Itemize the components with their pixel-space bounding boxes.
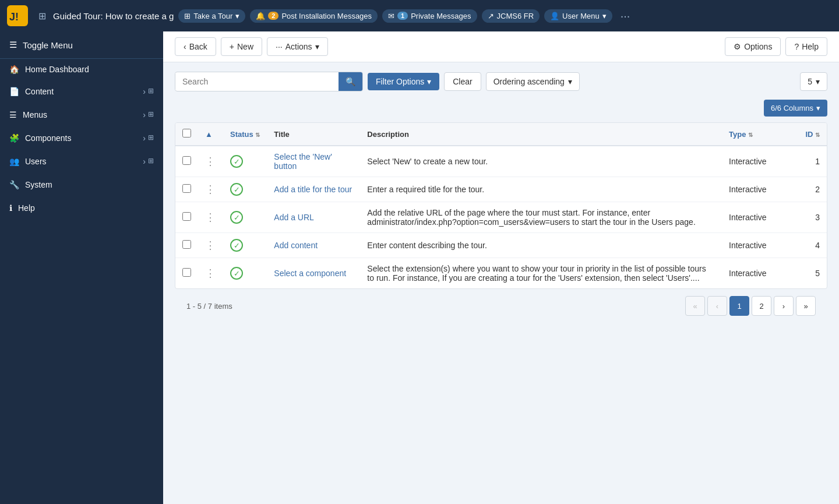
row-title-link-5[interactable]: Select a component bbox=[274, 269, 346, 278]
status-header[interactable]: Status bbox=[230, 130, 253, 139]
sidebar-item-content[interactable]: 📄 Content › ⊞ bbox=[0, 80, 163, 103]
private-messages-btn[interactable]: ✉ 1 Private Messages bbox=[382, 9, 477, 23]
envelope-icon: ✉ bbox=[388, 12, 394, 20]
clear-button[interactable]: Clear bbox=[444, 72, 481, 91]
first-page-btn[interactable]: « bbox=[685, 296, 705, 316]
back-icon: ‹ bbox=[184, 42, 186, 51]
take-tour-btn[interactable]: ⊞ Take a Tour ▾ bbox=[178, 9, 245, 23]
filter-options-label: Filter Options bbox=[376, 77, 424, 86]
search-input[interactable] bbox=[175, 73, 339, 90]
post-install-btn[interactable]: 🔔 2 Post Installation Messages bbox=[250, 9, 378, 23]
logo[interactable]: J! bbox=[7, 5, 28, 26]
user-menu-btn[interactable]: 👤 User Menu ▾ bbox=[544, 9, 612, 23]
sidebar-item-menus[interactable]: ☰ Menus › ⊞ bbox=[0, 103, 163, 126]
row-title-link-2[interactable]: Add a title for the tour bbox=[274, 185, 352, 194]
row-drag-handle-5[interactable]: ⋮ bbox=[205, 267, 216, 279]
status-badge-3[interactable]: ✓ bbox=[230, 211, 243, 224]
row-checkbox-4[interactable] bbox=[182, 240, 191, 249]
sort-up-icon: ▲ bbox=[205, 130, 213, 139]
prev-page-btn[interactable]: ‹ bbox=[707, 296, 727, 316]
id-header[interactable]: ID bbox=[805, 130, 813, 139]
new-button[interactable]: + New bbox=[221, 37, 262, 56]
actions-dots-icon: ··· bbox=[276, 42, 283, 51]
private-msg-badge: 1 bbox=[397, 12, 408, 20]
actions-chevron-icon: ▾ bbox=[315, 42, 319, 51]
user-menu-label: User Menu bbox=[562, 12, 600, 20]
search-wrap: 🔍 bbox=[175, 72, 363, 91]
system-label: System bbox=[25, 180, 52, 189]
status-sort-icon: ⇅ bbox=[255, 132, 260, 138]
row-title-link-4[interactable]: Add content bbox=[274, 241, 318, 250]
menus-grid-icon: ⊞ bbox=[148, 110, 154, 119]
sidebar-item-home-dashboard[interactable]: 🏠 Home Dashboard bbox=[0, 59, 163, 80]
users-chevron: › bbox=[143, 157, 146, 166]
take-tour-label: Take a Tour bbox=[193, 12, 232, 20]
row-checkbox-5[interactable] bbox=[182, 268, 191, 277]
last-page-btn[interactable]: » bbox=[796, 296, 816, 316]
row-drag-handle-1[interactable]: ⋮ bbox=[205, 156, 216, 167]
jcms-btn[interactable]: ↗ JCMS6 FR bbox=[482, 9, 540, 23]
table-row: ⋮ ✓ Select a component Select the extens… bbox=[175, 258, 827, 289]
status-badge-2[interactable]: ✓ bbox=[230, 183, 243, 196]
columns-row: 6/6 Columns ▾ bbox=[175, 100, 827, 117]
row-type-1: Interactive bbox=[722, 146, 792, 177]
options-label: Options bbox=[744, 42, 772, 51]
row-checkbox-3[interactable] bbox=[182, 212, 191, 221]
status-badge-1[interactable]: ✓ bbox=[230, 155, 243, 168]
help-label: Help bbox=[18, 203, 35, 213]
actions-button[interactable]: ··· Actions ▾ bbox=[267, 37, 328, 56]
ordering-select[interactable]: Ordering ascending ▾ bbox=[486, 72, 580, 91]
menus-label: Menus bbox=[23, 110, 47, 119]
row-drag-handle-3[interactable]: ⋮ bbox=[205, 212, 216, 223]
filter-options-button[interactable]: Filter Options ▾ bbox=[368, 73, 439, 90]
more-options-btn[interactable]: ··· bbox=[617, 7, 634, 25]
external-icon: ↗ bbox=[488, 12, 494, 20]
sidebar-item-users[interactable]: 👥 Users › ⊞ bbox=[0, 150, 163, 173]
help-icon: ℹ bbox=[9, 203, 12, 213]
home-dashboard-label: Home Dashboard bbox=[25, 65, 89, 74]
plus-icon: + bbox=[230, 42, 234, 51]
per-page-value: 5 bbox=[808, 77, 812, 86]
back-label: Back bbox=[189, 42, 207, 51]
row-title-link-1[interactable]: Select the 'New' button bbox=[274, 152, 332, 171]
per-page-select[interactable]: 5 ▾ bbox=[800, 72, 827, 91]
home-icon: 🏠 bbox=[9, 65, 19, 74]
post-install-label: Post Installation Messages bbox=[281, 12, 372, 20]
actions-label: Actions bbox=[285, 42, 312, 51]
gear-icon: ⚙ bbox=[734, 42, 741, 51]
columns-button[interactable]: 6/6 Columns ▾ bbox=[764, 100, 827, 117]
content-area: 🔍 Filter Options ▾ Clear Ordering ascend… bbox=[163, 62, 839, 504]
ordering-chevron: ▾ bbox=[568, 77, 572, 86]
page-title-topnav: Guided Tour: How to create a g bbox=[53, 11, 174, 21]
row-description-1: Select 'New' to create a new tour. bbox=[360, 146, 722, 177]
new-label: New bbox=[237, 42, 253, 51]
status-badge-5[interactable]: ✓ bbox=[230, 267, 243, 280]
type-header[interactable]: Type bbox=[729, 130, 746, 139]
row-checkbox-1[interactable] bbox=[182, 156, 191, 165]
sidebar: ☰ Toggle Menu 🏠 Home Dashboard 📄 Content… bbox=[0, 31, 163, 504]
row-drag-handle-4[interactable]: ⋮ bbox=[205, 239, 216, 251]
row-checkbox-2[interactable] bbox=[182, 184, 191, 193]
row-drag-handle-2[interactable]: ⋮ bbox=[205, 184, 216, 195]
page-2-btn[interactable]: 2 bbox=[752, 296, 771, 316]
toggle-icon: ☰ bbox=[9, 40, 17, 50]
page-1-btn[interactable]: 1 bbox=[729, 296, 749, 316]
toggle-menu-btn[interactable]: ☰ Toggle Menu bbox=[0, 31, 163, 59]
components-grid-icon: ⊞ bbox=[148, 133, 154, 143]
status-badge-4[interactable]: ✓ bbox=[230, 239, 243, 252]
sidebar-item-help[interactable]: ℹ Help bbox=[0, 196, 163, 220]
back-button[interactable]: ‹ Back bbox=[175, 37, 216, 56]
select-all-checkbox[interactable] bbox=[182, 129, 191, 138]
options-button[interactable]: ⚙ Options bbox=[725, 37, 781, 56]
search-button[interactable]: 🔍 bbox=[339, 72, 362, 91]
sidebar-item-system[interactable]: 🔧 System bbox=[0, 173, 163, 196]
components-chevron: › bbox=[143, 133, 146, 143]
data-table-wrap: ▲ Status ⇅ Title Description bbox=[175, 122, 827, 289]
toolbar: ‹ Back + New ··· Actions ▾ ⚙ Options ? bbox=[163, 31, 839, 62]
data-table: ▲ Status ⇅ Title Description bbox=[175, 123, 827, 288]
row-title-link-3[interactable]: Add a URL bbox=[274, 213, 313, 222]
sidebar-item-components[interactable]: 🧩 Components › ⊞ bbox=[0, 126, 163, 150]
help-button[interactable]: ? Help bbox=[785, 37, 827, 56]
menus-icon: ☰ bbox=[9, 110, 17, 119]
next-page-btn[interactable]: › bbox=[774, 296, 794, 316]
